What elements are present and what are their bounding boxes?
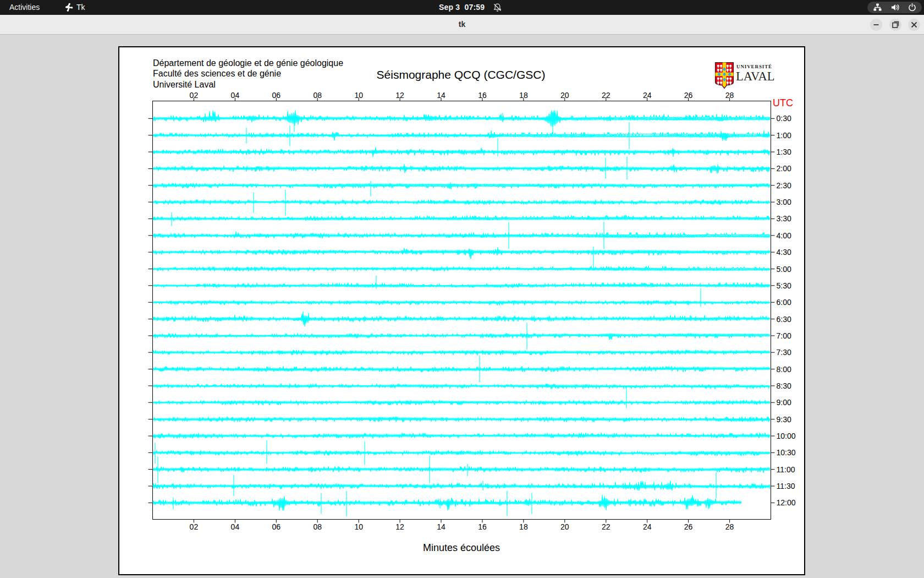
svg-text:11:00: 11:00 <box>777 465 795 474</box>
svg-text:9:30: 9:30 <box>777 415 791 424</box>
svg-text:4:30: 4:30 <box>777 248 791 257</box>
svg-text:06: 06 <box>272 522 281 531</box>
svg-text:8:30: 8:30 <box>777 381 791 390</box>
svg-text:4:00: 4:00 <box>777 231 791 240</box>
svg-text:20: 20 <box>560 522 569 531</box>
svg-text:9:00: 9:00 <box>777 398 791 407</box>
svg-text:28: 28 <box>725 522 734 531</box>
svg-text:10:00: 10:00 <box>777 432 796 440</box>
svg-text:18: 18 <box>519 522 528 531</box>
svg-text:11:30: 11:30 <box>777 482 795 490</box>
svg-text:3:00: 3:00 <box>777 198 791 206</box>
svg-text:3:30: 3:30 <box>777 214 791 223</box>
svg-text:6:00: 6:00 <box>777 298 791 307</box>
svg-text:02: 02 <box>190 522 199 531</box>
svg-text:LAVAL: LAVAL <box>736 69 774 83</box>
svg-text:12: 12 <box>395 522 404 531</box>
svg-text:12:00: 12:00 <box>777 498 796 507</box>
svg-text:UNIVERSITÉ: UNIVERSITÉ <box>736 64 772 69</box>
svg-text:Département de géologie et de: Département de géologie et de génie géol… <box>153 58 343 68</box>
svg-text:Séismographe QCQ (CGC/GSC): Séismographe QCQ (CGC/GSC) <box>377 68 546 81</box>
svg-text:10: 10 <box>354 522 363 531</box>
svg-text:5:00: 5:00 <box>777 265 791 274</box>
svg-text:10:30: 10:30 <box>777 448 796 457</box>
svg-text:Université Laval: Université Laval <box>153 80 216 89</box>
svg-text:2:30: 2:30 <box>777 181 791 190</box>
svg-text:16: 16 <box>478 522 487 531</box>
svg-text:14: 14 <box>437 522 446 531</box>
svg-text:7:00: 7:00 <box>777 331 791 340</box>
svg-text:Faculté des sciences et de gén: Faculté des sciences et de génie <box>153 69 281 78</box>
svg-text:Minutes écoulées: Minutes écoulées <box>423 542 500 553</box>
svg-text:08: 08 <box>313 522 322 531</box>
svg-text:UTC: UTC <box>773 97 793 108</box>
svg-text:24: 24 <box>643 522 652 531</box>
svg-text:22: 22 <box>602 522 610 531</box>
svg-text:0:30: 0:30 <box>777 114 791 123</box>
svg-text:1:00: 1:00 <box>777 131 791 140</box>
svg-text:7:30: 7:30 <box>777 348 791 357</box>
svg-text:2:00: 2:00 <box>777 164 791 173</box>
svg-text:04: 04 <box>231 522 240 531</box>
svg-text:8:00: 8:00 <box>777 365 791 374</box>
svg-text:1:30: 1:30 <box>777 148 791 156</box>
svg-text:26: 26 <box>684 522 693 531</box>
svg-text:5:30: 5:30 <box>777 281 791 290</box>
svg-text:6:30: 6:30 <box>777 315 791 324</box>
